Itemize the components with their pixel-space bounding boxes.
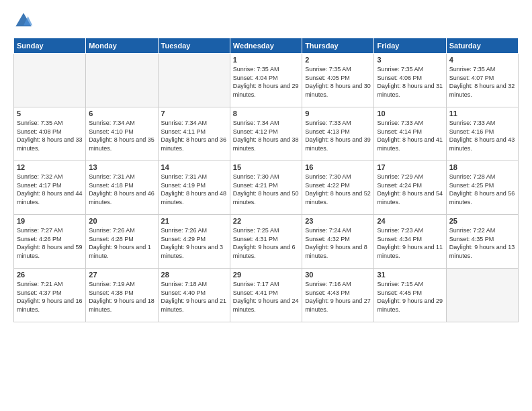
- calendar-day-cell: 24Sunrise: 7:23 AM Sunset: 4:34 PM Dayli…: [374, 215, 446, 269]
- day-number: 29: [233, 271, 299, 279]
- day-info: Sunrise: 7:34 AM Sunset: 4:12 PM Dayligh…: [233, 119, 299, 152]
- calendar-day-cell: 23Sunrise: 7:24 AM Sunset: 4:32 PM Dayli…: [302, 215, 374, 269]
- calendar-empty-cell: [446, 269, 518, 322]
- calendar-week-row: 12Sunrise: 7:32 AM Sunset: 4:17 PM Dayli…: [14, 161, 519, 215]
- calendar-table: SundayMondayTuesdayWednesdayThursdayFrid…: [13, 38, 519, 322]
- day-number: 22: [233, 217, 299, 225]
- calendar-day-cell: 8Sunrise: 7:34 AM Sunset: 4:12 PM Daylig…: [230, 107, 302, 161]
- calendar-day-cell: 18Sunrise: 7:28 AM Sunset: 4:25 PM Dayli…: [446, 161, 518, 215]
- day-info: Sunrise: 7:17 AM Sunset: 4:41 PM Dayligh…: [233, 280, 299, 314]
- calendar-empty-cell: [158, 54, 230, 107]
- day-number: 26: [17, 271, 83, 279]
- day-info: Sunrise: 7:28 AM Sunset: 4:25 PM Dayligh…: [449, 173, 515, 206]
- day-info: Sunrise: 7:22 AM Sunset: 4:35 PM Dayligh…: [449, 226, 515, 260]
- day-info: Sunrise: 7:21 AM Sunset: 4:37 PM Dayligh…: [17, 280, 83, 314]
- weekday-header-tuesday: Tuesday: [158, 38, 230, 54]
- calendar-day-cell: 1Sunrise: 7:35 AM Sunset: 4:04 PM Daylig…: [230, 54, 302, 107]
- day-info: Sunrise: 7:31 AM Sunset: 4:18 PM Dayligh…: [89, 173, 154, 206]
- weekday-header-thursday: Thursday: [302, 38, 374, 54]
- day-number: 24: [377, 217, 443, 225]
- weekday-header-saturday: Saturday: [446, 38, 518, 54]
- header: [13, 11, 519, 31]
- day-info: Sunrise: 7:30 AM Sunset: 4:21 PM Dayligh…: [233, 173, 299, 206]
- calendar-day-cell: 7Sunrise: 7:34 AM Sunset: 4:11 PM Daylig…: [158, 107, 230, 161]
- calendar-day-cell: 9Sunrise: 7:33 AM Sunset: 4:13 PM Daylig…: [302, 107, 374, 161]
- day-info: Sunrise: 7:29 AM Sunset: 4:24 PM Dayligh…: [377, 173, 443, 206]
- day-info: Sunrise: 7:23 AM Sunset: 4:34 PM Dayligh…: [377, 226, 443, 260]
- calendar-day-cell: 3Sunrise: 7:35 AM Sunset: 4:06 PM Daylig…: [374, 54, 446, 107]
- weekday-header-monday: Monday: [86, 38, 158, 54]
- day-info: Sunrise: 7:35 AM Sunset: 4:04 PM Dayligh…: [233, 65, 299, 99]
- day-info: Sunrise: 7:16 AM Sunset: 4:43 PM Dayligh…: [305, 280, 371, 314]
- day-info: Sunrise: 7:27 AM Sunset: 4:26 PM Dayligh…: [17, 226, 83, 260]
- day-info: Sunrise: 7:33 AM Sunset: 4:14 PM Dayligh…: [377, 119, 443, 152]
- calendar-day-cell: 4Sunrise: 7:35 AM Sunset: 4:07 PM Daylig…: [446, 54, 518, 107]
- calendar-day-cell: 11Sunrise: 7:33 AM Sunset: 4:16 PM Dayli…: [446, 107, 518, 161]
- day-number: 2: [305, 56, 371, 64]
- calendar-day-cell: 13Sunrise: 7:31 AM Sunset: 4:18 PM Dayli…: [86, 161, 158, 215]
- day-number: 13: [89, 163, 154, 171]
- day-info: Sunrise: 7:35 AM Sunset: 4:05 PM Dayligh…: [305, 65, 371, 99]
- calendar-week-row: 26Sunrise: 7:21 AM Sunset: 4:37 PM Dayli…: [14, 269, 519, 322]
- day-number: 17: [377, 163, 443, 171]
- calendar-day-cell: 5Sunrise: 7:35 AM Sunset: 4:08 PM Daylig…: [14, 107, 86, 161]
- calendar-empty-cell: [14, 54, 86, 107]
- day-info: Sunrise: 7:35 AM Sunset: 4:08 PM Dayligh…: [17, 119, 83, 152]
- day-info: Sunrise: 7:34 AM Sunset: 4:11 PM Dayligh…: [161, 119, 227, 152]
- day-number: 5: [17, 109, 83, 118]
- calendar-day-cell: 31Sunrise: 7:15 AM Sunset: 4:45 PM Dayli…: [374, 269, 446, 322]
- day-number: 14: [161, 163, 227, 171]
- calendar-day-cell: 22Sunrise: 7:25 AM Sunset: 4:31 PM Dayli…: [230, 215, 302, 269]
- day-number: 11: [449, 109, 515, 118]
- day-number: 19: [17, 217, 83, 225]
- day-number: 8: [233, 109, 299, 118]
- day-number: 4: [449, 56, 515, 64]
- day-number: 15: [233, 163, 299, 171]
- day-info: Sunrise: 7:32 AM Sunset: 4:17 PM Dayligh…: [17, 173, 83, 206]
- calendar-day-cell: 10Sunrise: 7:33 AM Sunset: 4:14 PM Dayli…: [374, 107, 446, 161]
- calendar-day-cell: 28Sunrise: 7:18 AM Sunset: 4:40 PM Dayli…: [158, 269, 230, 322]
- day-info: Sunrise: 7:33 AM Sunset: 4:16 PM Dayligh…: [449, 119, 515, 152]
- day-info: Sunrise: 7:26 AM Sunset: 4:29 PM Dayligh…: [161, 226, 227, 260]
- calendar-day-cell: 12Sunrise: 7:32 AM Sunset: 4:17 PM Dayli…: [14, 161, 86, 215]
- day-info: Sunrise: 7:35 AM Sunset: 4:07 PM Dayligh…: [449, 65, 515, 99]
- calendar-week-row: 19Sunrise: 7:27 AM Sunset: 4:26 PM Dayli…: [14, 215, 519, 269]
- weekday-header-friday: Friday: [374, 38, 446, 54]
- calendar-day-cell: 26Sunrise: 7:21 AM Sunset: 4:37 PM Dayli…: [14, 269, 86, 322]
- calendar-day-cell: 29Sunrise: 7:17 AM Sunset: 4:41 PM Dayli…: [230, 269, 302, 322]
- calendar-day-cell: 6Sunrise: 7:34 AM Sunset: 4:10 PM Daylig…: [86, 107, 158, 161]
- day-info: Sunrise: 7:35 AM Sunset: 4:06 PM Dayligh…: [377, 65, 443, 99]
- calendar-day-cell: 2Sunrise: 7:35 AM Sunset: 4:05 PM Daylig…: [302, 54, 374, 107]
- day-number: 25: [449, 217, 515, 225]
- day-number: 7: [161, 109, 227, 118]
- day-number: 31: [377, 271, 443, 279]
- calendar-day-cell: 14Sunrise: 7:31 AM Sunset: 4:19 PM Dayli…: [158, 161, 230, 215]
- weekday-header-sunday: Sunday: [14, 38, 86, 54]
- day-number: 21: [161, 217, 227, 225]
- calendar-header-row: SundayMondayTuesdayWednesdayThursdayFrid…: [14, 38, 519, 54]
- logo: [13, 11, 36, 31]
- day-number: 3: [377, 56, 443, 64]
- day-number: 20: [89, 217, 154, 225]
- calendar-day-cell: 17Sunrise: 7:29 AM Sunset: 4:24 PM Dayli…: [374, 161, 446, 215]
- day-info: Sunrise: 7:25 AM Sunset: 4:31 PM Dayligh…: [233, 226, 299, 260]
- calendar-day-cell: 16Sunrise: 7:30 AM Sunset: 4:22 PM Dayli…: [302, 161, 374, 215]
- calendar-week-row: 5Sunrise: 7:35 AM Sunset: 4:08 PM Daylig…: [14, 107, 519, 161]
- calendar-day-cell: 19Sunrise: 7:27 AM Sunset: 4:26 PM Dayli…: [14, 215, 86, 269]
- day-number: 18: [449, 163, 515, 171]
- day-number: 1: [233, 56, 299, 64]
- calendar-day-cell: 20Sunrise: 7:26 AM Sunset: 4:28 PM Dayli…: [86, 215, 158, 269]
- calendar-day-cell: 21Sunrise: 7:26 AM Sunset: 4:29 PM Dayli…: [158, 215, 230, 269]
- day-number: 6: [89, 109, 154, 118]
- day-info: Sunrise: 7:24 AM Sunset: 4:32 PM Dayligh…: [305, 226, 371, 260]
- day-info: Sunrise: 7:15 AM Sunset: 4:45 PM Dayligh…: [377, 280, 443, 314]
- day-info: Sunrise: 7:33 AM Sunset: 4:13 PM Dayligh…: [305, 119, 371, 152]
- logo-icon: [13, 11, 34, 31]
- day-info: Sunrise: 7:30 AM Sunset: 4:22 PM Dayligh…: [305, 173, 371, 206]
- day-number: 9: [305, 109, 371, 118]
- day-info: Sunrise: 7:26 AM Sunset: 4:28 PM Dayligh…: [89, 226, 154, 260]
- day-info: Sunrise: 7:18 AM Sunset: 4:40 PM Dayligh…: [161, 280, 227, 314]
- day-number: 16: [305, 163, 371, 171]
- calendar-week-row: 1Sunrise: 7:35 AM Sunset: 4:04 PM Daylig…: [14, 54, 519, 107]
- calendar-day-cell: 30Sunrise: 7:16 AM Sunset: 4:43 PM Dayli…: [302, 269, 374, 322]
